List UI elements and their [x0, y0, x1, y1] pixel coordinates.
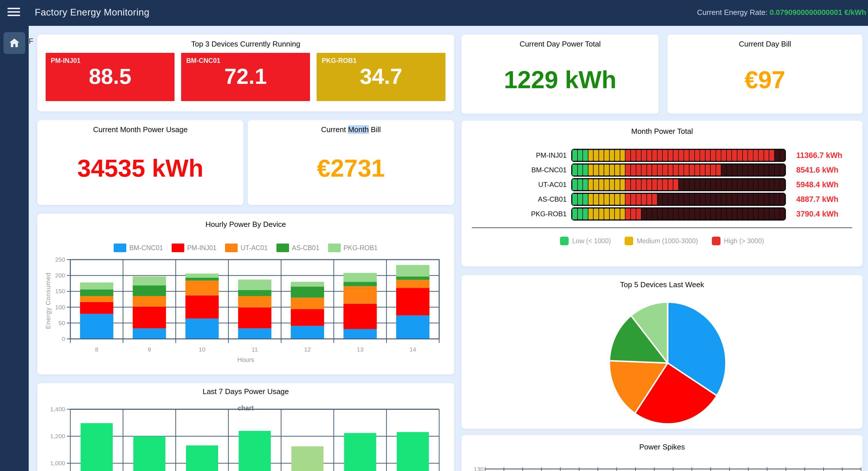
- gauge-segment: [732, 165, 737, 175]
- gauge-segment: [695, 165, 700, 175]
- power-spikes-chart[interactable]: 130: [462, 435, 863, 471]
- gauge-segment: [572, 165, 577, 175]
- gauge-segment: [679, 194, 684, 205]
- gauge-segment: [668, 179, 673, 190]
- gauge-segment: [663, 179, 668, 190]
- gauge-segment: [663, 208, 668, 219]
- gauge-segment: [588, 150, 593, 161]
- gauge-segment: [764, 208, 769, 219]
- svg-text:0: 0: [62, 335, 65, 342]
- device-tile-PKG-ROB1[interactable]: PKG-ROB134.7: [317, 53, 445, 101]
- gauge-segment: [764, 194, 769, 205]
- gauge-segment: [637, 179, 641, 190]
- legend-swatch: [712, 237, 720, 245]
- panel-hourly-power: Hourly Power By Device BM-CNC01PM-INJ01U…: [37, 214, 454, 375]
- gauge-value-label: 3790.4 kWh: [796, 207, 838, 220]
- gauge-segment: [775, 208, 780, 219]
- svg-text:9: 9: [148, 346, 151, 353]
- gauge-row-BM-CNC01: BM-CNC018541.6 kWh: [462, 164, 863, 177]
- device-power-value: 88.5: [45, 64, 175, 89]
- gauge-segment: [732, 208, 737, 219]
- legend-item: Low (< 1000): [560, 237, 611, 245]
- gauge-segment: [689, 150, 694, 161]
- gauge-segment: [572, 179, 577, 190]
- gauge-segment: [758, 165, 764, 175]
- gauge-segment: [594, 150, 598, 161]
- gauge-segment: [668, 150, 673, 161]
- gauge-segment: [711, 179, 716, 190]
- gauge-segment: [721, 165, 726, 175]
- gauge-segment: [737, 194, 742, 205]
- gauge-segment: [695, 194, 700, 205]
- gauge-segment: [780, 179, 785, 190]
- gauge-segment: [753, 165, 758, 175]
- device-tile-BM-CNC01[interactable]: BM-CNC0172.1: [181, 53, 310, 101]
- gauge-segment: [679, 208, 684, 219]
- gauge-segment: [604, 165, 609, 175]
- gauge-segment: [610, 179, 615, 190]
- gauge-segment: [583, 208, 588, 219]
- gauge-bar[interactable]: [571, 149, 786, 162]
- energy-rate-label: Current Energy Rate:: [697, 8, 770, 17]
- gauge-segment: [615, 150, 620, 161]
- gauge-legend: Low (< 1000)Medium (1000-3000)High (> 30…: [462, 237, 863, 245]
- gauge-segment: [732, 150, 737, 161]
- gauge-segment: [631, 165, 636, 175]
- sidebar-item-home[interactable]: [3, 32, 25, 54]
- legend-swatch: [625, 237, 633, 245]
- gauge-segment: [663, 150, 668, 161]
- gauge-segment: [642, 194, 646, 205]
- gauge-segment: [716, 179, 721, 190]
- gauge-segment: [748, 150, 753, 161]
- gauge-segment: [604, 150, 609, 161]
- gauge-bar[interactable]: [571, 193, 786, 206]
- gauge-segment: [604, 179, 609, 190]
- gauge-segment: [780, 208, 785, 219]
- gauge-segment: [625, 208, 630, 219]
- gauge-segment: [732, 179, 737, 190]
- gauge-segment: [658, 179, 662, 190]
- last7-bar-chart[interactable]: 1,4001,2001,000: [37, 383, 454, 471]
- gauge-segment: [652, 208, 657, 219]
- gauge-segment: [684, 208, 689, 219]
- hourly-stacked-bar-chart[interactable]: 050100150200250891011121314: [37, 214, 454, 375]
- gauge-row-PM-INJ01: PM-INJ0111366.7 kWh: [462, 149, 863, 162]
- gauge-segment: [769, 194, 774, 205]
- menu-hamburger-icon[interactable]: [7, 8, 20, 18]
- device-tile-PM-INJ01[interactable]: PM-INJ0188.5: [45, 53, 175, 101]
- gauge-segment: [727, 208, 732, 219]
- gauge-segment: [647, 165, 652, 175]
- gauge-segment: [743, 194, 748, 205]
- gauge-bar[interactable]: [571, 164, 786, 177]
- gauge-segment: [673, 208, 678, 219]
- gauge-segment: [775, 179, 780, 190]
- gauge-segment: [647, 179, 652, 190]
- gauge-segment: [610, 194, 615, 205]
- gauge-value-label: 8541.6 kWh: [796, 164, 838, 177]
- gauge-segment: [673, 194, 678, 205]
- top5-pie-chart[interactable]: [462, 275, 863, 429]
- gauge-segment: [737, 165, 742, 175]
- gauge-segment: [711, 208, 716, 219]
- gauge-segment: [642, 208, 646, 219]
- gauge-segment: [753, 179, 758, 190]
- gauge-segment: [727, 194, 732, 205]
- gauge-segment: [637, 165, 641, 175]
- gauge-segment: [652, 194, 657, 205]
- gauge-segment: [727, 179, 732, 190]
- gauge-segment: [594, 165, 598, 175]
- gauge-segment: [588, 165, 593, 175]
- gauge-segment: [572, 208, 577, 219]
- gauge-segment: [637, 150, 641, 161]
- panel-month-bill: Current Month Bill €2731: [248, 120, 454, 205]
- sidebar-nav: [0, 26, 29, 471]
- gauge-segment: [615, 208, 620, 219]
- gauge-segment: [658, 150, 662, 161]
- gauge-bar[interactable]: [571, 207, 786, 220]
- gauge-segment: [615, 179, 620, 190]
- gauge-segment: [578, 194, 583, 205]
- gauge-bar[interactable]: [571, 178, 786, 191]
- gauge-segment: [588, 179, 593, 190]
- gauge-segment: [743, 165, 748, 175]
- kpi-month-bill: €2731: [248, 120, 454, 205]
